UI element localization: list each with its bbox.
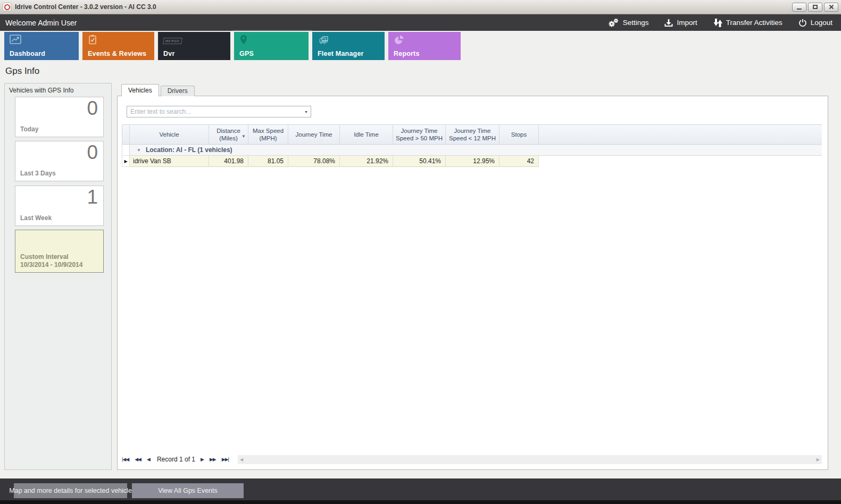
pager-prev-button[interactable]: ◀ — [147, 457, 150, 462]
tile-reports[interactable]: Reports — [388, 32, 461, 60]
clipboard-check-icon — [88, 35, 97, 47]
window-title: Idrive Control Center - 3.0.2 version - … — [15, 3, 156, 11]
map-details-button[interactable]: Map and more details for selected vehicl… — [14, 483, 127, 498]
column-header-idle-time[interactable]: Idle Time — [340, 125, 393, 144]
tile-fleet-manager-label: Fleet Manager — [318, 50, 364, 57]
tile-events-reviews[interactable]: Events & Reviews — [82, 32, 154, 60]
scroll-left-icon[interactable]: ◀ — [240, 457, 243, 462]
card-custom-interval-label: Custom Interval 10/3/2014 - 10/9/2014 — [20, 253, 82, 269]
card-today-value: 0 — [87, 97, 98, 120]
group-expand-icon[interactable]: ▼ — [137, 148, 141, 153]
pager-fast-prev-button[interactable]: ◀◀ — [135, 457, 141, 462]
table-row[interactable]: ▶ idrive Van SB 401.98 81.05 78.08% 21.9… — [122, 156, 822, 167]
tab-drivers[interactable]: Drivers — [161, 86, 195, 96]
card-last-3-days-value: 0 — [87, 141, 98, 164]
app-logo-icon — [3, 3, 11, 11]
pager-last-button[interactable]: ▶▶| — [222, 457, 229, 462]
column-header-max-speed-line2: (MPH) — [259, 135, 277, 142]
card-custom-interval[interactable]: Custom Interval 10/3/2014 - 10/9/2014 — [15, 230, 104, 273]
current-row-icon: ▶ — [122, 156, 130, 167]
scroll-right-icon[interactable]: ▶ — [817, 457, 820, 462]
column-header-journey-time-label: Journey Time — [295, 131, 332, 138]
column-header-journey-gt50[interactable]: Journey Time Speed > 50 MPH — [393, 125, 446, 144]
transfer-activities-label: Transfer Activities — [726, 19, 782, 27]
nav-tiles: Dashboard Events & Reviews MERGE Dvr GPS — [4, 32, 461, 60]
horizontal-scrollbar[interactable]: ◀ ▶ — [238, 455, 822, 464]
gears-icon — [607, 18, 619, 28]
grid-header-row: Vehicle Distance (Miles) ▼ Max Speed (MP… — [122, 124, 822, 145]
column-header-journey-gt50-line1: Journey Time — [401, 127, 437, 135]
group-row: ▼ Location: Al - FL (1 vehicles) — [122, 145, 822, 156]
cell-journey-time: 78.08% — [288, 156, 340, 167]
pager-fast-next-button[interactable]: ▶▶ — [210, 457, 216, 462]
vehicles-panel: ▼ Vehicle Distance (Miles) ▼ Max Speed (… — [117, 96, 828, 470]
column-header-max-speed[interactable]: Max Speed (MPH) — [248, 125, 288, 144]
welcome-text: Welcome Admin User — [5, 19, 77, 27]
merge-badge-text: MERGE — [163, 38, 182, 44]
column-header-journey-lt12[interactable]: Journey Time Speed < 12 MPH — [446, 125, 499, 144]
maximize-button[interactable] — [808, 3, 822, 12]
card-today-label: Today — [20, 125, 38, 133]
view-all-gps-events-button[interactable]: View All Gps Events — [132, 483, 244, 498]
grid-header-filler — [539, 125, 822, 144]
footer-bar: Map and more details for selected vehicl… — [0, 478, 841, 500]
cell-idle-time: 21.92% — [340, 156, 393, 167]
record-navigator: |◀◀ ◀◀ ◀ Record 1 of 1 ▶ ▶▶ ▶▶| ◀ ▶ — [122, 454, 822, 465]
tile-events-reviews-label: Events & Reviews — [88, 50, 146, 57]
map-pin-icon — [239, 35, 248, 48]
column-header-journey-lt12-line1: Journey Time — [454, 127, 490, 135]
minimize-icon — [797, 9, 802, 10]
window-controls — [792, 3, 838, 12]
tab-vehicles[interactable]: Vehicles — [121, 84, 159, 96]
column-header-stops-label: Stops — [511, 131, 527, 138]
tile-fleet-manager[interactable]: Fleet Manager — [312, 32, 385, 60]
column-header-distance-line2: (Miles) — [219, 135, 238, 142]
vehicles-grid: Vehicle Distance (Miles) ▼ Max Speed (MP… — [122, 124, 822, 167]
card-today[interactable]: 0 Today — [15, 97, 104, 137]
card-last-week[interactable]: 1 Last Week — [15, 186, 104, 226]
pager-first-button[interactable]: |◀◀ — [122, 457, 129, 462]
search-dropdown-icon[interactable]: ▼ — [302, 106, 311, 117]
group-row-body[interactable]: ▼ Location: Al - FL (1 vehicles) — [130, 145, 822, 156]
column-header-distance[interactable]: Distance (Miles) ▼ — [209, 125, 248, 144]
settings-label: Settings — [623, 19, 649, 27]
tile-dashboard[interactable]: Dashboard — [4, 32, 79, 60]
toolbar-actions: Settings Import Transfer Ac — [607, 18, 841, 28]
logout-button[interactable]: Logout — [798, 19, 832, 27]
search-input[interactable] — [127, 106, 302, 117]
column-header-vehicle-label: Vehicle — [159, 131, 179, 138]
main-tabs: Vehicles Drivers — [121, 84, 195, 96]
close-button[interactable] — [824, 3, 838, 12]
transfer-icon — [713, 18, 722, 28]
window-titlebar: Idrive Control Center - 3.0.2 version - … — [0, 0, 841, 14]
minimize-button[interactable] — [792, 3, 806, 12]
column-header-stops[interactable]: Stops — [499, 125, 539, 144]
tile-dvr-label: Dvr — [163, 50, 174, 57]
cell-vehicle: idrive Van SB — [130, 156, 209, 167]
card-last-week-label: Last Week — [20, 214, 52, 222]
cell-stops: 42 — [499, 156, 539, 167]
import-icon — [664, 19, 673, 27]
group-row-indicator — [122, 145, 130, 156]
record-label: Record 1 of 1 — [157, 456, 195, 463]
tile-gps[interactable]: GPS — [234, 32, 309, 60]
settings-button[interactable]: Settings — [607, 18, 649, 28]
sort-desc-icon: ▼ — [242, 133, 246, 140]
column-header-journey-time[interactable]: Journey Time — [288, 125, 340, 144]
pie-chart-icon — [394, 35, 405, 47]
tile-dvr[interactable]: MERGE Dvr — [158, 32, 230, 60]
cell-distance: 401.98 — [209, 156, 248, 167]
merge-badge-icon: MERGE — [163, 35, 182, 44]
cell-journey-lt12: 12.95% — [446, 156, 499, 167]
pager-next-button[interactable]: ▶ — [201, 457, 204, 462]
search-box: ▼ — [127, 106, 311, 117]
import-button[interactable]: Import — [664, 19, 697, 27]
cell-max-speed: 81.05 — [248, 156, 288, 167]
column-header-vehicle[interactable]: Vehicle — [130, 125, 209, 144]
logout-label: Logout — [811, 19, 832, 27]
card-last-3-days[interactable]: 0 Last 3 Days — [15, 141, 104, 181]
column-header-journey-lt12-line2: Speed < 12 MPH — [449, 135, 496, 142]
maximize-icon — [813, 5, 818, 9]
trucks-icon — [318, 35, 334, 47]
transfer-activities-button[interactable]: Transfer Activities — [713, 18, 782, 28]
